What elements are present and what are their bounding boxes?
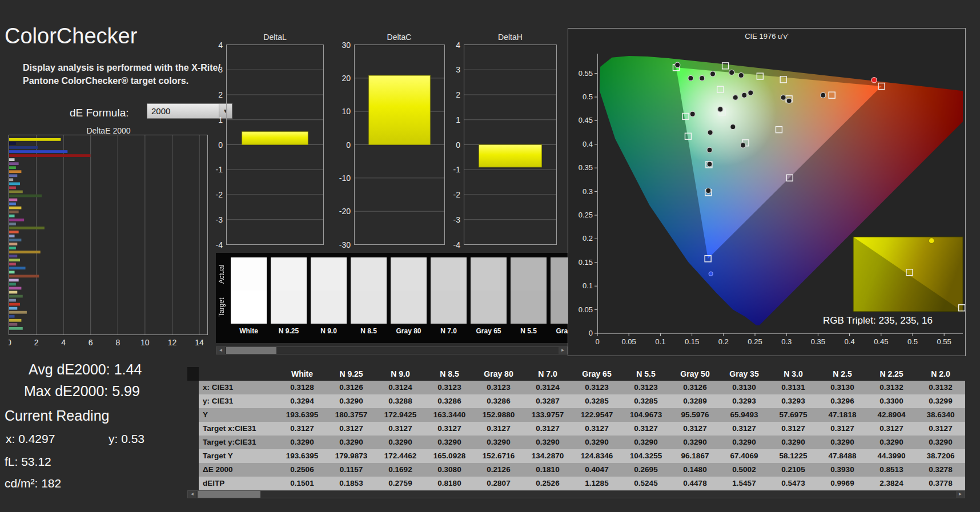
swatch: N 7.0 — [431, 257, 467, 335]
swatch-target — [471, 291, 507, 324]
table-cell: 0.3123 — [425, 381, 474, 394]
table-cell: 172.9425 — [376, 408, 425, 422]
cie-measurement-marker — [729, 70, 734, 75]
swatch-scrollbar[interactable]: ◄ ► — [216, 346, 568, 354]
scroll-right-button[interactable]: ► — [559, 347, 567, 354]
table-cell: 0.3124 — [376, 381, 425, 394]
table-cell: 0.1501 — [278, 477, 327, 490]
table-column-header: White — [278, 367, 327, 381]
color-table: WhiteN 9.25N 9.0N 8.5Gray 80N 7.0Gray 65… — [187, 367, 965, 490]
table-cell: 57.6975 — [769, 408, 818, 422]
svg-text:10: 10 — [342, 107, 351, 116]
scroll-left-button[interactable]: ◄ — [188, 491, 196, 498]
table-cell: 0.3127 — [867, 422, 916, 436]
table-cell: 0.3288 — [376, 394, 425, 408]
scroll-left-button[interactable]: ◄ — [216, 347, 225, 354]
current-reading-label: Current Reading — [5, 408, 109, 424]
description-line-1: Display analysis is performed with the X… — [23, 63, 220, 73]
cie-measurement-marker — [786, 98, 792, 103]
swatch-target — [431, 291, 467, 324]
table-cell: 47.1818 — [818, 408, 867, 422]
cie-measurement-marker — [707, 147, 712, 152]
svg-text:0.55: 0.55 — [937, 337, 951, 346]
table-column-header: N 2.5 — [818, 367, 867, 381]
scroll-thumb[interactable] — [226, 347, 276, 354]
table-cell: 0.3290 — [670, 436, 720, 449]
cie-measurement-marker — [929, 238, 934, 244]
scroll-right-button[interactable]: ► — [956, 491, 965, 498]
table-cell: 0.1480 — [670, 463, 720, 477]
actual-axis-label: Actual — [218, 257, 226, 291]
table-cell: 0.3127 — [572, 422, 621, 436]
table-cell: 0.3123 — [621, 381, 670, 394]
swatch-label: N 5.5 — [511, 327, 547, 335]
svg-text:1: 1 — [218, 115, 223, 124]
table-row-label: ΔE 2000 — [199, 463, 278, 477]
table-cell: 0.3131 — [769, 381, 818, 394]
avg-de2000: Avg dE2000: 1.44 — [29, 361, 142, 378]
deltal-chart: 43210-1-2-3-4 — [201, 41, 324, 253]
svg-text:-2: -2 — [453, 190, 461, 199]
table-cell: 0.3126 — [670, 381, 720, 394]
table-cell: 38.7206 — [916, 449, 965, 463]
table-row-label: Target y:CIE31 — [199, 436, 278, 449]
cie-measurement-marker — [821, 92, 826, 98]
table-cell: 0.3130 — [720, 381, 769, 394]
scroll-thumb[interactable] — [198, 491, 260, 498]
table-cell: 2.3824 — [867, 477, 916, 490]
swatch: N 5.5 — [511, 257, 547, 335]
swatch-target — [551, 291, 568, 324]
target-axis-label: Target — [218, 291, 226, 324]
table-cell: 0.3290 — [327, 394, 376, 408]
svg-text:4: 4 — [218, 41, 223, 50]
table-cell: 38.6340 — [916, 408, 965, 422]
table-cell: 0.3080 — [425, 463, 474, 477]
svg-text:20: 20 — [342, 74, 351, 83]
scrollbar-track[interactable] — [225, 347, 559, 354]
table-cell: 95.5976 — [670, 408, 720, 422]
table-scrollbar[interactable]: ◄ ► — [187, 490, 965, 498]
swatch-label: Gray 65 — [471, 327, 507, 335]
table-cell: 134.2870 — [523, 449, 572, 463]
deltae2000-chart-title: DeltaE 2000 — [9, 126, 208, 135]
scrollbar-track[interactable] — [196, 491, 956, 498]
svg-text:0: 0 — [589, 329, 593, 337]
svg-text:-4: -4 — [453, 240, 461, 249]
table-column-header: N 3.0 — [769, 367, 818, 381]
cie-measurement-marker — [690, 111, 695, 116]
table-cell: 152.6716 — [474, 449, 523, 463]
table-cell: 0.5002 — [720, 463, 769, 477]
svg-text:6: 6 — [89, 338, 93, 347]
table-cell: 58.1225 — [769, 449, 818, 463]
cie-measurement-marker — [710, 71, 715, 76]
deltal-chart-title: DeltaL — [226, 33, 324, 42]
table-cell: 163.3440 — [425, 408, 474, 422]
table-cell: 0.9969 — [818, 477, 867, 490]
table-cell: 0.3127 — [425, 422, 474, 436]
svg-text:0.3: 0.3 — [583, 187, 593, 196]
swatch-actual — [311, 257, 347, 291]
cie-diagram-panel: 00.050.10.150.20.250.30.350.40.450.50.55… — [568, 28, 966, 356]
table-column-header: N 7.0 — [523, 367, 572, 381]
svg-text:-30: -30 — [339, 240, 351, 249]
table-cell: 1.1285 — [572, 477, 621, 490]
table-cell: 0.4478 — [670, 477, 720, 490]
swatch: N 8.5 — [351, 257, 387, 335]
swatch-target — [271, 291, 307, 324]
swatch-actual — [231, 257, 267, 291]
table-cell: 0.3127 — [916, 422, 965, 436]
cie-measurement-marker — [733, 95, 738, 100]
swatch-actual — [271, 257, 307, 291]
table-cell: 0.3126 — [327, 381, 376, 394]
table-cell: 0.2759 — [376, 477, 425, 490]
cie-measurement-marker — [742, 92, 747, 98]
table-cell: 165.0928 — [425, 449, 474, 463]
rgb-triplet-label: RGB Triplet: 235, 235, 16 — [794, 315, 961, 326]
svg-text:3: 3 — [218, 65, 223, 74]
table-cell: 193.6395 — [278, 449, 327, 463]
reading-y: y: 0.53 — [109, 432, 144, 446]
table-cell: 0.3286 — [425, 394, 474, 408]
cie-measurement-marker — [730, 124, 736, 130]
swatch-label: N 7.0 — [431, 327, 467, 335]
table-cell: 104.9673 — [621, 408, 670, 422]
